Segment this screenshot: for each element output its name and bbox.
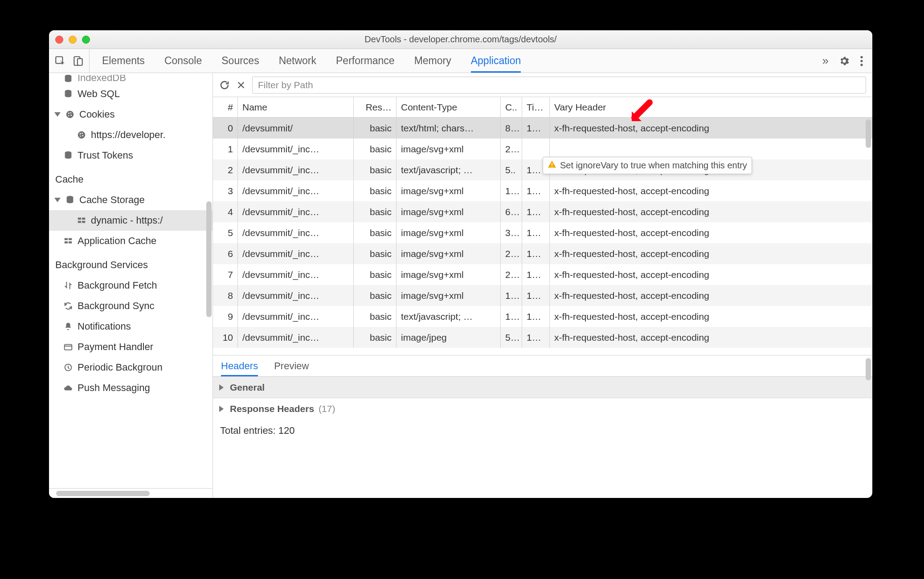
sidebar-item-push-messaging[interactable]: Push Messaging <box>49 378 213 398</box>
minimize-window-button[interactable] <box>69 36 77 44</box>
cookie-icon <box>77 130 86 140</box>
table-row[interactable]: 7/devsummit/_inc…basicimage/svg+xml2…1…x… <box>213 264 872 285</box>
table-row[interactable]: 9/devsummit/_inc…basictext/javascript; …… <box>213 306 872 327</box>
sidebar-item-notifications[interactable]: Notifications <box>49 316 213 337</box>
tab-memory[interactable]: Memory <box>414 49 451 73</box>
sidebar-item-label: https://developer. <box>91 129 166 141</box>
svg-rect-27 <box>69 241 72 244</box>
sidebar-item-payment-handler[interactable]: Payment Handler <box>49 337 213 357</box>
tab-sources[interactable]: Sources <box>221 49 259 73</box>
sidebar-item-cookies[interactable]: Cookies <box>49 104 213 125</box>
sidebar-item-periodic-backgroun[interactable]: Periodic Backgroun <box>49 357 213 378</box>
tab-performance[interactable]: Performance <box>336 49 395 73</box>
svg-point-4 <box>860 60 863 62</box>
section-general[interactable]: General <box>213 377 872 398</box>
sidebar: IndexedDBWeb SQLCookieshttps://developer… <box>49 73 213 498</box>
cell-index: 9 <box>213 306 238 327</box>
bell-icon <box>63 322 73 331</box>
table-row[interactable]: 1/devsummit/_inc…basicimage/svg+xml2… <box>213 139 872 159</box>
tab-application[interactable]: Application <box>471 49 521 73</box>
table-row[interactable] <box>213 348 872 355</box>
clear-icon[interactable] <box>236 80 246 90</box>
cell-time: 1… <box>522 285 550 306</box>
cell-index: 8 <box>213 285 238 306</box>
more-tabs-icon[interactable]: » <box>822 54 829 68</box>
sidebar-item-https-developer-[interactable]: https://developer. <box>49 125 213 145</box>
kebab-menu-icon[interactable] <box>860 55 863 67</box>
cell-vary: x-fh-requested-host, accept-encoding <box>550 180 872 201</box>
maximize-window-button[interactable] <box>82 36 90 44</box>
cell-time: 1… <box>522 327 550 348</box>
detail-tab-preview[interactable]: Preview <box>274 355 309 376</box>
tab-elements[interactable]: Elements <box>102 49 145 73</box>
th-content-length[interactable]: C.. <box>501 97 522 117</box>
table-row[interactable]: 3/devsummit/_inc…basicimage/svg+xml1…1…x… <box>213 180 872 201</box>
cell-content-length: 1… <box>501 285 522 306</box>
sidebar-item-label: IndexedDB <box>78 75 126 84</box>
filter-input[interactable] <box>252 77 866 94</box>
th-response[interactable]: Res… <box>354 97 397 117</box>
svg-point-10 <box>70 112 72 114</box>
th-name[interactable]: Name <box>238 97 354 117</box>
cell-index: 6 <box>213 243 238 264</box>
sidebar-item-application-cache[interactable]: Application Cache <box>49 231 213 251</box>
cell-vary: x-fh-requested-host, accept-encoding <box>550 306 872 327</box>
device-toolbar-icon[interactable] <box>72 55 84 67</box>
cell-content-length: 2… <box>501 243 522 264</box>
inspect-element-icon[interactable] <box>54 55 66 67</box>
cell-response: basic <box>354 139 397 159</box>
cell-vary: x-fh-requested-host, accept-encoding <box>550 118 872 139</box>
refresh-icon[interactable] <box>219 80 230 90</box>
sidebar-item-background-fetch[interactable]: Background Fetch <box>49 275 213 296</box>
table-row[interactable]: 4/devsummit/_inc…basicimage/svg+xml6…1…x… <box>213 201 872 222</box>
table-row[interactable]: 6/devsummit/_inc…basicimage/svg+xml2…1…x… <box>213 243 872 264</box>
sidebar-item-label: Application Cache <box>78 235 156 247</box>
sidebar-item-indexeddb[interactable]: IndexedDB <box>49 75 213 84</box>
th-vary-header[interactable]: Vary Header <box>550 97 872 117</box>
cell-vary: x-fh-requested-host, accept-encoding <box>550 222 872 243</box>
cell-name: /devsummit/_inc… <box>238 180 354 201</box>
sync-icon <box>63 301 73 311</box>
sidebar-scrollbar-vertical[interactable] <box>206 201 212 317</box>
cell-index: 2 <box>213 159 238 180</box>
cell-index: 5 <box>213 222 238 243</box>
tab-network[interactable]: Network <box>279 49 316 73</box>
sidebar-scrollbar-horizontal[interactable] <box>56 491 150 496</box>
details-scrollbar-vertical[interactable] <box>866 358 871 380</box>
sidebar-item-label: Push Messaging <box>78 382 150 394</box>
cell-name: /devsummit/_inc… <box>238 285 354 306</box>
cell-response: basic <box>354 264 397 285</box>
svg-rect-30 <box>552 163 552 166</box>
th-index[interactable]: # <box>213 97 238 117</box>
th-content-type[interactable]: Content-Type <box>397 97 501 117</box>
detail-tab-headers[interactable]: Headers <box>221 355 258 376</box>
section-response-headers-label: Response Headers <box>230 404 314 414</box>
sidebar-item-dynamic-https-[interactable]: dynamic - https:/ <box>49 210 213 231</box>
svg-point-12 <box>70 114 72 116</box>
tab-console[interactable]: Console <box>164 49 202 73</box>
disclosure-triangle-icon <box>219 406 224 412</box>
database-icon <box>63 151 73 160</box>
cell-index: 4 <box>213 201 238 222</box>
table-row[interactable]: 10/devsummit/_inc…basicimage/jpeg5…1…x-f… <box>213 327 872 348</box>
section-response-headers[interactable]: Response Headers (17) <box>213 398 872 420</box>
warning-icon <box>548 160 556 171</box>
table-scrollbar-vertical[interactable] <box>866 119 871 148</box>
sidebar-item-cache-storage[interactable]: Cache Storage <box>49 190 213 210</box>
table-row[interactable]: 8/devsummit/_inc…basicimage/svg+xml1…1…x… <box>213 285 872 306</box>
sidebar-item-background-sync[interactable]: Background Sync <box>49 296 213 316</box>
close-window-button[interactable] <box>55 36 63 44</box>
settings-icon[interactable] <box>838 55 850 67</box>
cell-name: /devsummit/_inc… <box>238 222 354 243</box>
table-row[interactable]: 0/devsummit/basictext/html; chars…8…1…x-… <box>213 118 872 139</box>
cell-content-type: text/javascript; … <box>397 159 501 180</box>
sidebar-item-web-sql[interactable]: Web SQL <box>49 84 213 104</box>
svg-point-5 <box>860 64 863 66</box>
grid-icon <box>77 216 86 225</box>
sidebar-item-trust-tokens[interactable]: Trust Tokens <box>49 145 213 166</box>
svg-rect-26 <box>65 241 68 244</box>
cell-index: 7 <box>213 264 238 285</box>
th-time-cached[interactable]: Ti… <box>522 97 550 117</box>
disclosure-triangle-icon <box>54 112 61 117</box>
table-row[interactable]: 5/devsummit/_inc…basicimage/svg+xml3…1…x… <box>213 222 872 243</box>
